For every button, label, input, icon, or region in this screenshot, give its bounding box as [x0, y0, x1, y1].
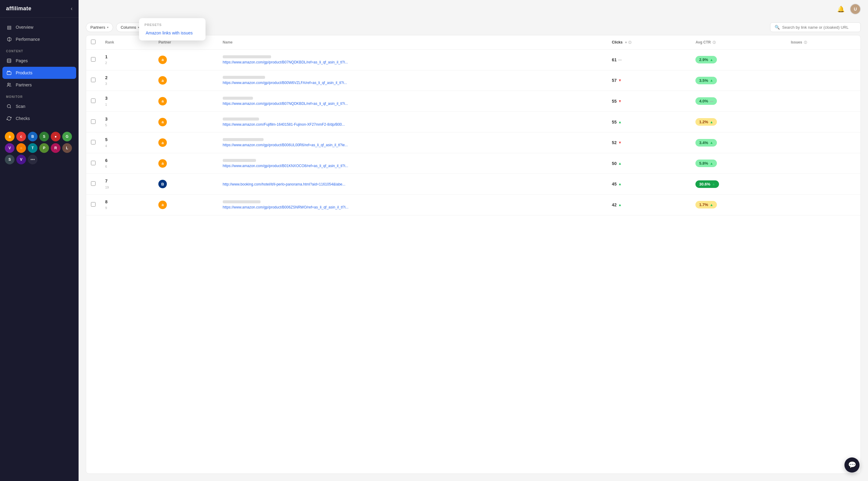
sidebar-item-scan[interactable]: Scan [0, 100, 79, 113]
chat-button[interactable]: 💬 [844, 457, 860, 473]
row-checkbox-2[interactable] [91, 98, 95, 103]
select-all-checkbox[interactable] [91, 40, 95, 44]
th-issues-label: Issues [791, 40, 802, 44]
trend-down-icon-1: ▼ [618, 78, 622, 83]
th-issues[interactable]: Issues ⓘ [786, 35, 861, 50]
partner-avatar-6: B [158, 180, 167, 188]
products-icon [6, 70, 12, 76]
ctr-badge-5: 5.8%▲ [695, 160, 717, 167]
partner-icon-o[interactable]: ○ [16, 143, 26, 153]
partner-icon-red[interactable]: ● [51, 132, 60, 141]
row-checkbox-4[interactable] [91, 140, 95, 145]
partner-icon-g[interactable]: G [62, 132, 72, 141]
th-clicks[interactable]: Clicks ▼ ⓘ [607, 35, 691, 50]
search-bar: 🔍 [770, 22, 861, 32]
sidebar-header: affilimate ‹ [0, 0, 79, 18]
clicks-value-1: 57 [612, 78, 617, 83]
row-checkbox-0[interactable] [91, 57, 95, 62]
ctr-value-6: 30.6% [699, 182, 710, 186]
link-url-5[interactable]: https://www.amazon.com/gp/product/B01KNX… [223, 164, 348, 168]
trend-up-icon-6: ▲ [618, 182, 622, 186]
search-icon: 🔍 [775, 25, 780, 30]
partner-avatar-2: a [158, 97, 167, 105]
issues-info-icon: ⓘ [804, 41, 807, 44]
partner-avatar-7: a [158, 201, 167, 209]
clicks-value-6: 45 [612, 182, 617, 186]
rank-cell-6: 719 [105, 178, 149, 190]
sidebar-item-partners-label: Partners [16, 83, 32, 87]
issues-cell-2 [786, 91, 861, 112]
link-url-1[interactable]: https://www.amazon.com/gp/product/B00W6V… [223, 81, 347, 85]
link-url-7[interactable]: https://www.amazon.com/gp/product/B006ZS… [223, 205, 348, 210]
partner-icon-b[interactable]: B [28, 132, 37, 141]
svg-line-6 [10, 107, 11, 108]
rank-cell-0: 12 [105, 54, 149, 66]
partner-icon-c[interactable]: c [16, 132, 26, 141]
partner-icon-amazon[interactable]: a [5, 132, 14, 141]
link-url-3[interactable]: https://www.amazon.com/Fujifilm-16401581… [223, 122, 345, 127]
trend-down-icon-2: ▼ [618, 99, 622, 103]
link-name-placeholder-0 [223, 55, 271, 58]
sidebar-item-performance[interactable]: Performance [0, 33, 79, 45]
sidebar-item-pages[interactable]: Pages [0, 55, 79, 67]
clicks-cell-2: 55▼ [612, 99, 686, 104]
ctr-badge-7: 1.7%▲ [695, 201, 717, 209]
row-checkbox-1[interactable] [91, 78, 95, 82]
sidebar-item-checks-label: Checks [16, 116, 30, 121]
clicks-cell-5: 50▲ [612, 161, 686, 166]
row-checkbox-6[interactable] [91, 181, 95, 186]
sidebar-item-performance-label: Performance [16, 37, 40, 42]
partner-avatar-0: a [158, 56, 167, 64]
partner-icon-r[interactable]: R [51, 143, 60, 153]
rank-cell-7: 89 [105, 198, 149, 211]
partner-icon-s2[interactable]: S [5, 155, 14, 164]
partner-icon-l[interactable]: L [62, 143, 72, 153]
partner-icon-s1[interactable]: S [39, 132, 49, 141]
sidebar-item-products[interactable]: Products [2, 67, 76, 79]
ctr-badge-2: 4.0%— [695, 97, 717, 105]
performance-icon [6, 36, 12, 42]
row-checkbox-5[interactable] [91, 161, 95, 165]
row-checkbox-7[interactable] [91, 202, 95, 207]
partner-icon-v2[interactable]: V [16, 155, 26, 164]
partner-icon-more[interactable]: ••• [28, 155, 37, 164]
notifications-button[interactable]: 🔔 [835, 4, 846, 14]
table-row: 23ahttps://www.amazon.com/gp/product/B00… [86, 70, 861, 91]
clicks-value-5: 50 [612, 161, 617, 166]
link-url-4[interactable]: https://www.amazon.com/gp/product/B006UL… [223, 143, 348, 147]
link-name-placeholder-2 [223, 97, 253, 100]
ctr-value-1: 3.5% [699, 78, 708, 83]
ctr-badge-3: 1.2%▲ [695, 118, 717, 126]
partner-avatar-3: a [158, 118, 167, 126]
dropdown-item-amazon-issues[interactable]: Amazon links with issues [140, 28, 204, 38]
sidebar-collapse-button[interactable]: ‹ [71, 5, 72, 12]
link-url-2[interactable]: https://www.amazon.com/gp/product/B07NQD… [223, 101, 348, 106]
section-label-monitor: MONITOR [0, 91, 79, 100]
partners-filter-button[interactable]: Partners ▾ [86, 23, 113, 32]
sidebar-item-overview[interactable]: ▤ Overview [0, 21, 79, 33]
ctr-value-4: 3.4% [699, 140, 708, 145]
partner-icons-list: a c B S ● G V ○ T P R L S V ••• [0, 128, 79, 168]
link-url-0[interactable]: https://www.amazon.com/gp/product/B07NQD… [223, 60, 348, 64]
partner-icon-v1[interactable]: V [5, 143, 14, 153]
sidebar-item-partners[interactable]: Partners [0, 79, 79, 91]
search-input[interactable] [782, 25, 856, 30]
issues-cell-4 [786, 132, 861, 153]
th-clicks-label: Clicks [612, 40, 623, 44]
sidebar-item-checks[interactable]: Checks [0, 113, 79, 125]
svg-rect-3 [7, 72, 11, 75]
issues-cell-0 [786, 50, 861, 70]
rank-cell-2: 31 [105, 95, 149, 107]
th-avg-ctr[interactable]: Avg CTR ⓘ [690, 35, 786, 50]
row-checkbox-3[interactable] [91, 119, 95, 124]
products-table-container: Rank Partner Name Clicks ▼ ⓘ Avg CTR ⓘ I… [86, 35, 861, 474]
partners-icon [6, 82, 12, 88]
partner-icon-t[interactable]: T [28, 143, 37, 153]
clicks-sort-icon: ▼ ⓘ [624, 41, 631, 44]
partner-icon-p[interactable]: P [39, 143, 49, 153]
clicks-value-4: 52 [612, 140, 617, 145]
svg-rect-0 [7, 59, 11, 63]
link-url-6[interactable]: http://www.booking.com/hotel/it/il-perlo… [223, 182, 345, 186]
user-avatar[interactable]: U [850, 4, 861, 14]
scan-icon [6, 103, 12, 109]
